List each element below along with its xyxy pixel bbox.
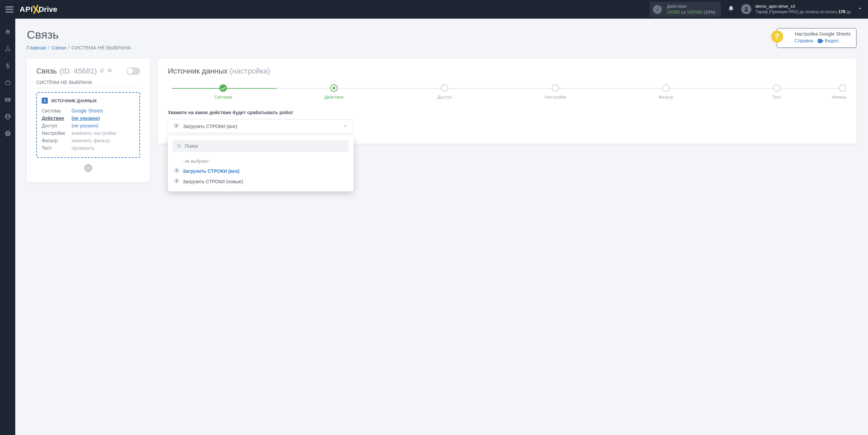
- actions-percent: (18%): [704, 9, 715, 15]
- row-system-value[interactable]: Google Sheets: [72, 108, 103, 113]
- step-access[interactable]: Доступ: [389, 84, 500, 100]
- step-system[interactable]: Система: [168, 84, 279, 100]
- main-content: Связь Главная/Связи/СИСТЕМА НЕ ВЫБРАНА ?…: [15, 19, 868, 435]
- dropdown-option-none[interactable]: - не выбрано -: [173, 157, 349, 166]
- home-icon[interactable]: [4, 28, 12, 36]
- help-question-icon[interactable]: ?: [771, 30, 783, 43]
- actions-label: Действия:: [667, 4, 715, 9]
- app-header: APIXDrive i Действия: 18'055 из 100'000 …: [0, 0, 868, 19]
- row-access-value[interactable]: (не указано): [72, 123, 99, 128]
- play-icon: [174, 168, 179, 174]
- step-test[interactable]: Тест: [722, 84, 832, 100]
- connection-toggle[interactable]: [126, 67, 140, 75]
- help-card: ? Настройка Google Sheets Справка Видео: [777, 28, 856, 48]
- step-action[interactable]: Действие: [279, 84, 390, 100]
- actions-of: из: [681, 9, 686, 15]
- logo-x-icon: X: [32, 2, 40, 17]
- dropdown-search-input[interactable]: [185, 143, 345, 149]
- row-filter: Фильтризменить фильтр: [42, 137, 135, 144]
- play-icon: [174, 123, 179, 130]
- username: demo_apix-drive_s3: [755, 4, 851, 9]
- connection-summary-card: Связь (ID: 45681) СИСТЕМА НЕ ВЫБРАНА 1 И…: [27, 59, 150, 182]
- action-dropdown: - не выбрано - Загрузить СТРОКИ (все) За…: [168, 136, 354, 191]
- step-finish[interactable]: Финиш: [832, 84, 846, 100]
- youtube-icon[interactable]: [4, 96, 12, 103]
- setup-heading: Источник данных (настройка): [168, 67, 846, 76]
- row-action-value[interactable]: (не указано): [72, 116, 100, 121]
- dropdown-option-all[interactable]: Загрузить СТРОКИ (все): [173, 166, 349, 176]
- help-icon[interactable]: ?: [4, 130, 12, 137]
- connection-name: Связь: [36, 67, 57, 76]
- avatar-icon: [741, 4, 751, 14]
- dropdown-search[interactable]: [173, 140, 349, 152]
- action-select[interactable]: Загрузить СТРОКИ (все): [168, 119, 354, 133]
- row-system: СистемаGoogle Sheets: [42, 107, 135, 115]
- help-doc-link[interactable]: Справка: [795, 38, 813, 43]
- svg-text:?: ?: [6, 131, 9, 136]
- info-icon: i: [653, 5, 662, 14]
- row-filter-value[interactable]: изменить фильтр: [72, 138, 110, 143]
- connection-system-name: СИСТЕМА НЕ ВЫБРАНА: [36, 80, 140, 85]
- help-title: Настройка Google Sheets: [795, 31, 851, 37]
- video-icon: [818, 39, 823, 44]
- logo[interactable]: APIXDrive: [20, 4, 57, 15]
- action-selected-value: Загрузить СТРОКИ (все): [183, 124, 237, 129]
- row-test: Тестпроверить: [42, 144, 135, 152]
- user-menu[interactable]: demo_apix-drive_s3 Тариф |Премиум PRO| д…: [741, 4, 863, 15]
- briefcase-icon[interactable]: [4, 79, 12, 86]
- breadcrumb-connections[interactable]: Связи: [52, 45, 66, 50]
- page-title: Связь: [27, 28, 856, 41]
- help-video-link[interactable]: Видео: [825, 38, 839, 43]
- row-settings: Настройкиизменить настройки: [42, 129, 135, 137]
- row-settings-value[interactable]: изменить настройки: [72, 130, 116, 136]
- breadcrumb-current: СИСТЕМА НЕ ВЫБРАНА: [71, 45, 131, 50]
- row-access: Доступ(не указано): [42, 122, 135, 129]
- step-filter[interactable]: Фильтр: [611, 84, 722, 100]
- step-settings[interactable]: Настройки: [500, 84, 611, 100]
- data-source-setup-card: Источник данных (настройка) Система Дейс…: [158, 59, 856, 144]
- row-action: Действие(не указано): [42, 115, 135, 122]
- menu-toggle[interactable]: [5, 6, 14, 13]
- action-field-label: Укажите на какое действие будет срабатыв…: [168, 110, 846, 115]
- breadcrumb: Главная/Связи/СИСТЕМА НЕ ВЫБРАНА: [27, 45, 856, 50]
- actions-total: 100'000: [687, 9, 703, 15]
- search-icon: [177, 144, 181, 148]
- chevron-down-icon: [855, 6, 863, 13]
- gear-icon[interactable]: [107, 68, 113, 75]
- chevron-up-icon: [343, 123, 348, 129]
- breadcrumb-home[interactable]: Главная: [27, 45, 46, 50]
- actions-used: 18'055: [667, 9, 680, 15]
- user-icon[interactable]: [4, 113, 12, 120]
- data-source-panel: 1 ИСТОЧНИК ДАННЫХ СистемаGoogle Sheets Д…: [36, 92, 140, 158]
- dropdown-option-new[interactable]: Загрузить СТРОКИ (новые): [173, 176, 349, 187]
- source-title: ИСТОЧНИК ДАННЫХ: [51, 98, 97, 103]
- tariff-info: Тариф |Премиум PRO| до оплаты осталось 1…: [755, 9, 851, 15]
- actions-counter[interactable]: i Действия: 18'055 из 100'000 (18%): [650, 2, 721, 17]
- stepper: Система Действие Доступ Настройки Фильтр…: [168, 84, 846, 100]
- svg-rect-4: [818, 39, 822, 43]
- connection-id: (ID: 45681): [60, 67, 97, 76]
- play-icon: [174, 178, 179, 185]
- add-destination-button[interactable]: +: [84, 164, 92, 172]
- row-test-value[interactable]: проверить: [72, 145, 95, 151]
- logo-drive: Drive: [39, 5, 57, 14]
- sidebar: ?: [0, 19, 15, 435]
- logo-api: API: [20, 5, 33, 14]
- dollar-icon[interactable]: [4, 62, 12, 69]
- connections-icon[interactable]: [4, 45, 12, 53]
- bell-icon[interactable]: [728, 5, 734, 14]
- source-badge: 1: [42, 98, 48, 104]
- copy-icon[interactable]: [100, 68, 104, 75]
